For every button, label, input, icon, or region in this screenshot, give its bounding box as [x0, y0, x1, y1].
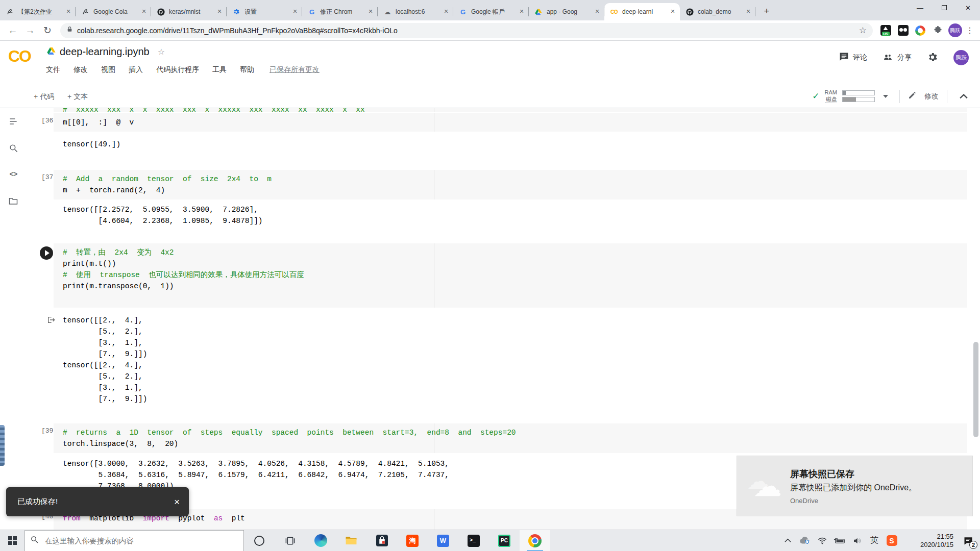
battery-icon[interactable]	[831, 530, 848, 551]
menu-item-0[interactable]: 文件	[46, 65, 60, 74]
taskbar-taobao-icon[interactable]: 淘	[397, 530, 428, 551]
notification-app-name: OneDrive	[790, 497, 917, 505]
menu-item-4[interactable]: 代码执行程序	[156, 65, 199, 74]
notebook-cell-code[interactable]: # xxxxx xxx x x xxxx xxx x xxxxx xxx xxx…	[54, 108, 967, 112]
notebook-cell-code[interactable]: # 转置，由 2x4 变为 4x2print(m.t())# 使用 transp…	[54, 243, 967, 308]
tab-close-icon[interactable]: ×	[744, 8, 752, 16]
notebook-cell-code[interactable]: m[[0], :] @ v	[54, 113, 967, 132]
new-tab-button[interactable]: +	[760, 5, 774, 19]
resources-dropdown-icon[interactable]	[883, 95, 888, 98]
tab-close-icon[interactable]: ×	[64, 8, 72, 16]
taskbar-search-input[interactable]	[44, 536, 228, 545]
onedrive-tray-icon[interactable]	[796, 530, 814, 551]
tab-close-icon[interactable]: ×	[669, 8, 677, 16]
forward-icon[interactable]: →	[21, 22, 39, 39]
colab-logo[interactable]: CO	[8, 47, 31, 66]
extension-ring-icon[interactable]	[913, 23, 928, 38]
input-language-indicator[interactable]: 英	[866, 530, 883, 551]
window-maximize-button[interactable]	[932, 0, 956, 15]
menu-item-1[interactable]: 修改	[74, 65, 88, 74]
cell-output: tensor([[2., 4.], [5., 2.], [3., 1.], [7…	[63, 315, 967, 405]
window-close-button[interactable]: ✕	[956, 0, 980, 15]
extensions-puzzle-icon[interactable]	[930, 23, 945, 38]
colab-profile-avatar[interactable]: 腾跃	[953, 50, 969, 65]
wifi-icon[interactable]	[814, 530, 831, 551]
taskbar-clock[interactable]: 21:55 2020/10/15	[904, 533, 953, 549]
notebook-title[interactable]: deep-learning.ipynb	[60, 46, 150, 58]
tab-close-icon[interactable]: ×	[442, 8, 450, 16]
address-bar[interactable]: colab.research.google.com/drive/11Tszn_d…	[60, 23, 873, 38]
edit-pencil-icon[interactable]	[908, 91, 916, 102]
sogou-icon[interactable]: S	[883, 530, 900, 551]
notebook-scrollbar[interactable]	[973, 342, 978, 437]
browser-menu-icon[interactable]: ⋮	[964, 26, 976, 35]
taskbar-task-view-icon[interactable]	[275, 530, 305, 551]
add-text-button[interactable]: + 文本	[67, 92, 88, 102]
tab-close-icon[interactable]: ×	[366, 8, 375, 16]
browser-tab-3[interactable]: 设置×	[227, 3, 302, 20]
taskbar-chrome-icon[interactable]	[520, 530, 550, 551]
taskbar-wps-icon[interactable]: W	[428, 530, 458, 551]
collapse-chevron-icon[interactable]	[960, 92, 968, 101]
saved-status-link[interactable]: 已保存所有更改	[270, 65, 320, 74]
taskbar-cortana-icon[interactable]	[244, 530, 275, 551]
volume-icon[interactable]	[848, 530, 866, 551]
browser-tab-2[interactable]: keras/mnist×	[151, 3, 227, 20]
comment-icon	[839, 52, 849, 63]
taskbar-file-explorer-icon[interactable]	[336, 530, 366, 551]
back-icon[interactable]: ←	[4, 22, 21, 39]
menu-item-5[interactable]: 工具	[212, 65, 227, 74]
window-minimize-button[interactable]: —	[908, 0, 932, 15]
tab-close-icon[interactable]: ×	[140, 8, 148, 16]
resource-usage-bars[interactable]	[842, 90, 875, 102]
tab-close-icon[interactable]: ×	[593, 8, 601, 16]
table-of-contents-icon[interactable]	[0, 108, 27, 135]
add-code-button[interactable]: + 代码	[34, 92, 54, 102]
notebook-cell-code[interactable]: # Add a random tensor of size 2x4 to mm …	[54, 170, 967, 199]
hidden-icons-chevron[interactable]	[779, 530, 796, 551]
settings-gear-icon[interactable]	[927, 52, 938, 64]
browser-tab-4[interactable]: G修正 Chrom×	[302, 3, 378, 20]
browser-tab-6[interactable]: GGoogle 帳戶×	[453, 3, 529, 20]
code-snippets-icon[interactable]: <>	[0, 161, 27, 188]
browser-tab-8[interactable]: COdeep-learni×	[604, 3, 680, 20]
refresh-icon[interactable]: ↻	[39, 22, 56, 39]
browser-tab-1[interactable]: Google Cola×	[76, 3, 151, 20]
start-button[interactable]	[0, 530, 24, 551]
files-folder-icon[interactable]	[0, 188, 27, 214]
tab-close-icon[interactable]: ×	[291, 8, 299, 16]
tab-close-icon[interactable]: ×	[215, 8, 224, 16]
column-ruler	[434, 170, 434, 199]
share-button[interactable]: 分享	[883, 53, 912, 63]
taskbar-pycharm-icon[interactable]: PC	[489, 530, 520, 551]
star-notebook-icon[interactable]: ☆	[158, 47, 165, 57]
action-center-icon[interactable]: 2	[957, 530, 980, 551]
extension-us-icon[interactable]: US	[878, 23, 893, 38]
browser-tab-9[interactable]: colab_demo×	[680, 3, 755, 20]
github-favicon-icon	[156, 8, 165, 16]
menu-item-2[interactable]: 视图	[101, 65, 115, 74]
browser-tab-7[interactable]: app - Goog×	[529, 3, 604, 20]
taskbar-store-icon[interactable]	[366, 530, 397, 551]
search-icon[interactable]	[0, 135, 27, 161]
comment-button[interactable]: 评论	[839, 52, 867, 63]
run-cell-button[interactable]	[40, 246, 53, 260]
docked-edge-widget[interactable]	[0, 425, 5, 466]
browser-tab-0[interactable]: 【第2次作业×	[0, 3, 76, 20]
menu-item-6[interactable]: 帮助	[240, 65, 254, 74]
onedrive-notification[interactable]: ☁☁ 屏幕快照已保存 屏幕快照已添加到你的 OneDrive。 OneDrive	[737, 456, 973, 516]
taskbar-terminal-icon[interactable]: >_	[458, 530, 489, 551]
edit-mode-button[interactable]: 修改	[924, 92, 939, 101]
browser-tab-5[interactable]: ☁localhost:6×	[378, 3, 453, 20]
toast-message: 已成功保存!	[17, 497, 174, 507]
bookmark-star-icon[interactable]: ☆	[859, 25, 867, 36]
notebook-cell-code[interactable]: # returns a 1D tensor of steps equally s…	[54, 423, 967, 453]
browser-profile-avatar[interactable]: 腾跃	[947, 23, 963, 38]
extension-goggles-icon[interactable]	[895, 23, 911, 38]
toast-close-icon[interactable]: ×	[174, 496, 180, 508]
taskbar-edge-icon[interactable]	[305, 530, 336, 551]
menu-item-3[interactable]: 插入	[129, 65, 143, 74]
taskbar-search-box[interactable]	[24, 530, 244, 551]
tab-close-icon[interactable]: ×	[518, 8, 526, 16]
url-text[interactable]: colab.research.google.com/drive/11Tszn_d…	[77, 27, 855, 35]
